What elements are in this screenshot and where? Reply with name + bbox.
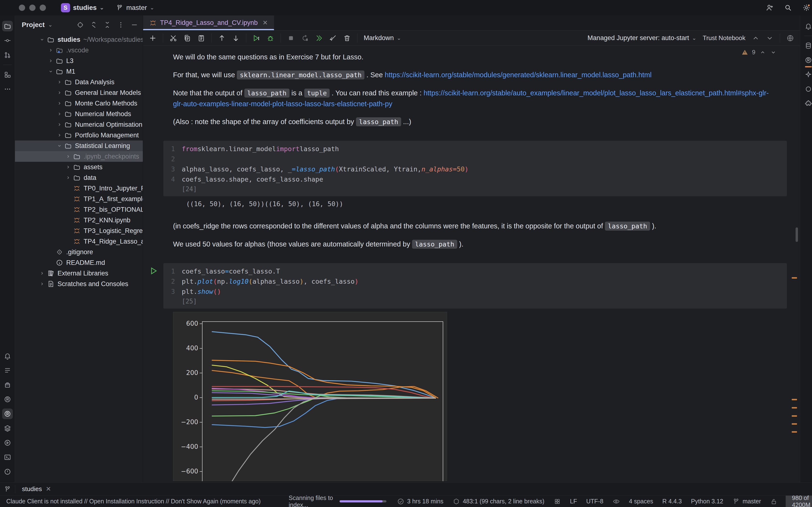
r-graphics-tool-button[interactable] bbox=[803, 55, 812, 65]
previous-cell-icon[interactable] bbox=[752, 34, 760, 42]
tree-item-tp0-intro-jupyter-python-ip[interactable]: TP0_Intro_Jupyter_Python.ip bbox=[15, 183, 143, 193]
tree-item-tp2-bis-optional-ipynb[interactable]: TP2_bis_OPTIONAL.ipynb bbox=[15, 204, 143, 215]
project-tool-button[interactable] bbox=[2, 21, 13, 32]
warning-stripe-mark[interactable] bbox=[792, 277, 797, 279]
problems-tool-button[interactable] bbox=[2, 466, 13, 477]
grid-icon[interactable] bbox=[554, 498, 561, 505]
ai-assistant-tool-button[interactable] bbox=[803, 69, 812, 80]
chevron-right-icon[interactable] bbox=[55, 132, 64, 138]
chevron-right-icon[interactable] bbox=[46, 58, 55, 63]
tab-tp4-ridge-lasso-and-cv[interactable]: TP4_Ridge_Lasso_and_CV.ipynb ✕ bbox=[143, 15, 274, 30]
todo-tool-button[interactable] bbox=[2, 365, 13, 376]
services-tool-button[interactable] bbox=[2, 438, 13, 448]
chevron-right-icon[interactable] bbox=[55, 79, 64, 85]
move-cell-up-icon[interactable] bbox=[218, 34, 226, 42]
notifications-bell-button[interactable] bbox=[803, 21, 812, 32]
indent-widget[interactable]: 4 spaces bbox=[629, 498, 653, 505]
code-line[interactable]: 1coefs_lasso = coefs_lasso.T bbox=[163, 266, 787, 276]
zoom-window-button[interactable] bbox=[40, 5, 46, 11]
move-cell-down-icon[interactable] bbox=[232, 34, 240, 42]
code-line[interactable]: 3alphas_lasso, coefs_lasso, _ = lasso_pa… bbox=[163, 164, 787, 174]
project-widget[interactable]: S studies ⌄ bbox=[61, 3, 104, 12]
next-cell-icon[interactable] bbox=[766, 34, 773, 42]
tree-item-m1[interactable]: M1 bbox=[15, 66, 143, 77]
toolwindow-tab-studies[interactable]: studies ✕ bbox=[15, 485, 58, 493]
run-cell-gutter-icon[interactable] bbox=[149, 267, 158, 276]
next-problem-icon[interactable] bbox=[770, 49, 777, 56]
jupyter-server-dropdown[interactable]: Managed Jupyter server: auto-start ⌄ bbox=[588, 34, 697, 42]
browser-preview-icon[interactable] bbox=[786, 34, 794, 42]
r-tools-tool-button[interactable] bbox=[2, 408, 13, 419]
tree-item-external-libraries[interactable]: External Libraries bbox=[15, 268, 143, 279]
tree-item-data-analysis[interactable]: Data Analysis bbox=[15, 77, 143, 88]
tree-item-readme-md[interactable]: README.md bbox=[15, 258, 143, 268]
build-tool-button[interactable] bbox=[2, 380, 13, 390]
expand-all-icon[interactable] bbox=[90, 21, 97, 29]
close-window-button[interactable] bbox=[19, 5, 25, 11]
trust-notebook-button[interactable]: Trust Notebook bbox=[703, 34, 746, 42]
chevron-right-icon[interactable] bbox=[64, 154, 72, 159]
add-cell-icon[interactable] bbox=[149, 34, 157, 42]
memory-indicator[interactable]: 980 of 4200M bbox=[785, 496, 812, 507]
search-icon[interactable] bbox=[784, 4, 792, 12]
cut-cell-icon[interactable] bbox=[169, 34, 177, 42]
close-icon[interactable]: ✕ bbox=[46, 485, 51, 493]
indexing-widget[interactable]: Scanning files to index... bbox=[289, 495, 387, 507]
hyperlink[interactable]: https://scikit-learn.org/stable/modules/… bbox=[385, 71, 652, 79]
minimize-window-button[interactable] bbox=[29, 5, 36, 11]
commit-tool-button[interactable] bbox=[2, 35, 13, 46]
tree-item-general-linear-models[interactable]: General Linear Models bbox=[15, 88, 143, 98]
tree-item-numerical-optimisation[interactable]: Numerical Optimisation bbox=[15, 119, 143, 130]
database-tool-button[interactable] bbox=[803, 40, 812, 51]
layers-tool-button[interactable] bbox=[2, 423, 13, 434]
clear-outputs-icon[interactable] bbox=[329, 34, 337, 42]
tree-item-gitignore[interactable]: .gitignore bbox=[15, 247, 143, 258]
gateway-tool-button[interactable] bbox=[803, 84, 812, 95]
tree-item-tp2-knn-ipynb[interactable]: TP2_KNN.ipynb bbox=[15, 215, 143, 225]
pull-requests-tool-button[interactable] bbox=[2, 50, 13, 60]
code-line[interactable]: 2 bbox=[163, 154, 787, 164]
options-kebab-icon[interactable] bbox=[117, 21, 124, 29]
tree-item-studies[interactable]: studies~/Workspace/studies bbox=[15, 34, 143, 45]
warning-stripe-mark[interactable] bbox=[792, 407, 797, 408]
notebook-scroll-area[interactable]: 9 We will do the same questions as in Ex… bbox=[143, 46, 800, 483]
tree-item-scratches-and-consoles[interactable]: Scratches and Consoles bbox=[15, 279, 143, 289]
paste-cell-icon[interactable] bbox=[197, 34, 205, 42]
warning-stripe-mark[interactable] bbox=[792, 399, 797, 400]
line-ending-widget[interactable]: LF bbox=[570, 498, 577, 505]
project-panel-title[interactable]: Project bbox=[22, 21, 45, 29]
warning-stripe-mark[interactable] bbox=[792, 431, 797, 433]
tree-item-l3[interactable]: L3 bbox=[15, 56, 143, 66]
delete-cell-icon[interactable] bbox=[343, 34, 351, 42]
chevron-right-icon[interactable] bbox=[55, 90, 64, 95]
tree-item-tp3-logistic-regression-an[interactable]: TP3_Logistic_Regression_an bbox=[15, 225, 143, 236]
code-line[interactable]: 4coefs_lasso.shape, coefs_lasso.shape bbox=[163, 174, 787, 184]
chevron-right-icon[interactable] bbox=[64, 164, 72, 170]
code-cell-editor[interactable]: 1from sklearn.linear_model import lasso_… bbox=[163, 141, 787, 196]
inspection-widget[interactable]: 9 bbox=[742, 49, 777, 56]
chevron-right-icon[interactable] bbox=[46, 48, 55, 53]
cell-type-dropdown[interactable]: Markdown ⌄ bbox=[364, 34, 401, 42]
tree-item-numerical-methods[interactable]: Numerical Methods bbox=[15, 109, 143, 119]
tree-item-monte-carlo-methods[interactable]: Monte Carlo Methods bbox=[15, 98, 143, 109]
settings-gear-icon[interactable] bbox=[802, 4, 811, 12]
chevron-right-icon[interactable] bbox=[64, 175, 72, 180]
encoding-widget[interactable]: UTF-8 bbox=[586, 498, 603, 505]
chevron-down-icon[interactable] bbox=[38, 37, 46, 42]
chevron-right-icon[interactable] bbox=[55, 101, 64, 106]
chevron-down-icon[interactable] bbox=[46, 69, 55, 74]
python-interpreter-widget[interactable]: Python 3.12 bbox=[691, 498, 723, 505]
chevron-right-icon[interactable] bbox=[38, 271, 46, 276]
highlighting-eye-icon[interactable] bbox=[613, 498, 620, 505]
terminal-tool-button[interactable] bbox=[2, 452, 13, 463]
status-message[interactable]: Claude Client is not installed // Open I… bbox=[6, 498, 261, 505]
code-line[interactable]: 2plt.plot(np.log10(alphas_lasso), coefs_… bbox=[163, 276, 787, 286]
chevron-down-icon[interactable] bbox=[55, 143, 64, 149]
collapse-all-icon[interactable] bbox=[104, 21, 111, 29]
plugins-tool-button[interactable] bbox=[803, 98, 812, 109]
unlocked-icon[interactable] bbox=[770, 498, 777, 505]
debug-cell-icon[interactable] bbox=[266, 34, 274, 42]
tree-item-data[interactable]: data bbox=[15, 172, 143, 183]
r-console-tool-button[interactable] bbox=[2, 394, 13, 405]
add-user-icon[interactable] bbox=[766, 4, 774, 12]
